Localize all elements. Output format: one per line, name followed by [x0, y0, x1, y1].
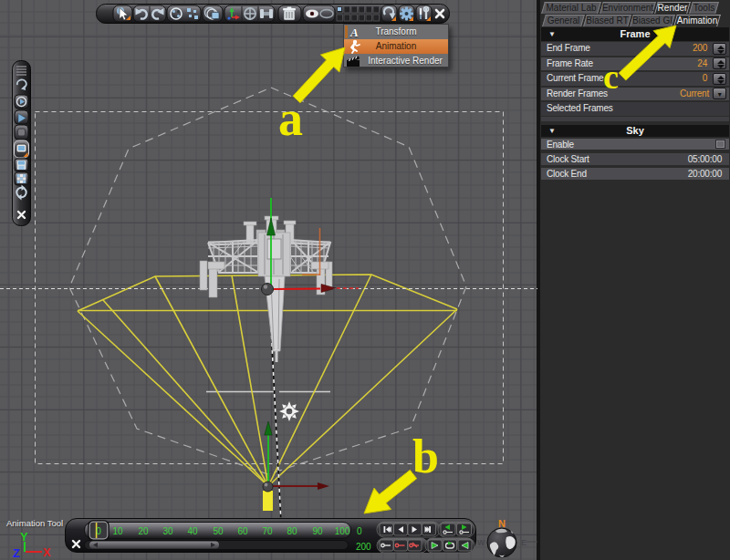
svg-text:90: 90 [312, 526, 323, 536]
svg-text:200: 200 [356, 542, 371, 552]
svg-text:50: 50 [213, 526, 224, 536]
svg-text:Y: Y [20, 530, 28, 544]
svg-text:30: 30 [162, 526, 173, 536]
svg-text:100: 100 [335, 526, 350, 536]
svg-text:70: 70 [262, 526, 273, 536]
svg-text:0: 0 [357, 526, 362, 536]
svg-text:X: X [43, 545, 51, 559]
svg-text:60: 60 [237, 526, 248, 536]
svg-text:20: 20 [138, 526, 149, 536]
svg-text:10: 10 [112, 526, 123, 536]
svg-text:0: 0 [96, 526, 101, 536]
svg-text:Z: Z [13, 546, 20, 560]
svg-text:E: E [521, 538, 527, 547]
svg-text:40: 40 [187, 526, 198, 536]
svg-text:A: A [349, 26, 359, 39]
svg-text:80: 80 [287, 526, 297, 536]
svg-text:N: N [498, 518, 506, 529]
